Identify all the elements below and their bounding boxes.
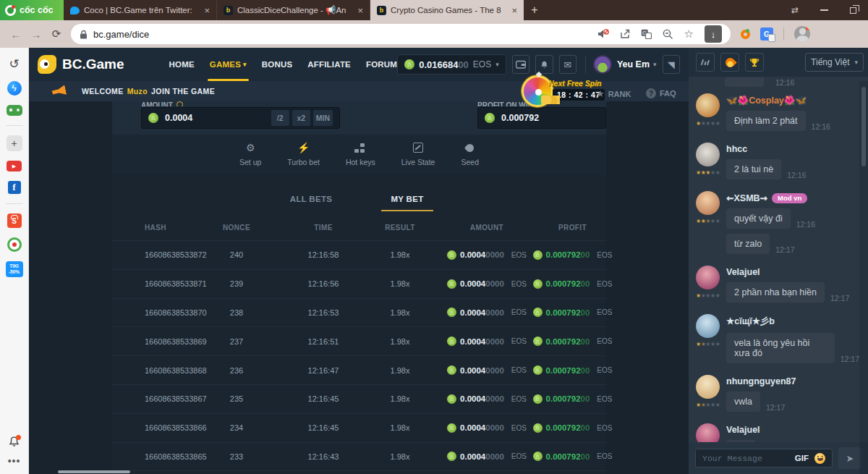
close-tab-icon[interactable]: × [204,5,210,16]
avatar[interactable] [696,314,720,338]
chat-username[interactable]: nhungnguyen87 [726,376,859,386]
minimize-icon[interactable] [820,9,828,11]
language-selector[interactable]: Tiếng Việt▾ [805,53,864,72]
trophy-button[interactable] [745,53,764,72]
table-row[interactable]: 1660863853387224012:16:581.98x△0.0004000… [112,241,606,270]
table-row[interactable]: 1660863853386723512:16:451.98x△0.0004000… [112,385,606,414]
emoji-button[interactable] [814,453,825,464]
tool-seed[interactable]: Seed [461,142,479,175]
chat-username[interactable]: hhcc [726,144,859,154]
share-icon[interactable] [620,29,630,39]
page-scrollbar[interactable] [859,81,868,474]
message-input[interactable]: Your Message GIF [695,449,833,467]
gif-button[interactable]: GIF [795,454,809,462]
add-icon[interactable]: + [7,135,22,151]
volume-muted-icon[interactable] [597,29,609,39]
notifications-bell-icon[interactable] [8,436,20,448]
fireball-button[interactable] [720,53,739,72]
chat-toggle-button[interactable]: ◥ [663,55,680,74]
close-tab-icon[interactable]: × [511,5,517,16]
mail-button[interactable]: ✉ [559,55,576,74]
table-row[interactable]: 1660863853387123912:16:561.98x△0.0004000… [112,270,606,299]
tool-hot-keys[interactable]: Hot keys [346,142,375,175]
tab-my-bet[interactable]: MY BET [381,195,433,211]
facebook-icon[interactable]: f [8,181,21,194]
address-bar[interactable]: bc.game/dice G ☆ ↓ [71,24,731,44]
message-bubble[interactable]: quyết vậy đi [726,208,791,229]
new-tab-button[interactable]: + [524,0,545,20]
back-icon[interactable]: ← [6,28,26,41]
chat-username[interactable]: 🦋🌺Cosplay🌺🦋 [726,95,859,106]
tool-set-up[interactable]: ⚙Set up [239,142,261,175]
nav-item-affiliate[interactable]: AFFILIATE [307,48,351,81]
user-avatar[interactable] [593,55,612,74]
user-chevron-down-icon[interactable]: ▾ [653,61,657,68]
coccoc-brand-button[interactable]: cốc cốc [0,0,64,20]
browser-tab[interactable]: Coco | BC.Game trên Twitter:× [64,0,217,20]
message-bubble[interactable]: 2 là tui nè [726,159,781,179]
shopee-icon[interactable]: S [7,213,22,228]
translate-page-icon[interactable]: G [641,29,652,39]
zoom-out-icon[interactable] [663,29,673,40]
history-icon[interactable]: ↺ [9,56,19,72]
min-bet-button[interactable]: MIN [313,110,333,126]
messenger-icon[interactable]: ϟ [7,81,22,96]
table-row[interactable]: 1660863853386923712:16:511.98x△0.0004000… [112,327,606,356]
table-row[interactable]: 1660863853386823612:16:471.98x△0.0004000… [112,356,606,385]
avatar[interactable] [696,266,720,289]
chat-username[interactable]: Velajuel [726,425,859,435]
coccoc-icon[interactable] [7,237,22,252]
translate-icon[interactable]: G [760,27,773,41]
user-name[interactable]: Yeu Em [617,59,650,69]
download-icon[interactable]: ↓ [705,25,722,43]
tab-all-bets[interactable]: ALL BETS [285,195,337,211]
coccoc-update-icon[interactable] [741,30,750,39]
horizontal-scrollbar[interactable] [58,470,130,473]
scrollbar-thumb[interactable] [861,87,866,166]
restore-icon[interactable] [850,7,856,14]
double-bet-button[interactable]: x2 [292,110,310,126]
browser-tab[interactable]: bClassicDiceChallenge - 📢An× [217,0,370,20]
table-row[interactable]: 1660863853386523312:16:431.98x△0.0004000… [112,443,606,472]
table-row[interactable]: 1660863853387023812:16:531.98x△0.0004000… [112,299,606,328]
nav-item-home[interactable]: HOME [169,48,195,81]
split-screen-icon[interactable]: ⇄ [791,5,799,15]
wallet-button[interactable] [512,55,529,74]
bcgame-logo-icon[interactable] [38,55,56,74]
avatar[interactable] [696,143,720,166]
balance-selector[interactable]: △ 0.01668400 EOS ▾ [397,54,506,75]
message-bubble[interactable]: vela là ông yêu hồi xưa đó [726,333,835,363]
amount-input[interactable]: △ 0.0004 /2 x2 MIN [141,107,340,129]
half-bet-button[interactable]: /2 [271,110,289,126]
youtube-icon[interactable]: ▶ [7,161,22,172]
more-dots-icon[interactable]: ••• [8,455,21,467]
message-bubble[interactable]: vwla [726,392,760,412]
nav-item-bonus[interactable]: BONUS [262,48,293,81]
rank-button[interactable]: ★RANK [596,88,631,99]
tool-turbo-bet[interactable]: ⚡Turbo bet [287,142,320,175]
forward-icon[interactable]: → [26,28,46,41]
nav-item-games[interactable]: GAMES▾ [210,48,247,81]
profile-avatar[interactable] [794,26,810,42]
avatar[interactable] [696,191,720,215]
table-row[interactable]: 1660863853386623412:16:451.98x△0.0004000… [112,414,606,443]
tool-live-state[interactable]: Live State [401,142,435,175]
message-bubble[interactable]: 2 phần nha bạn hiền [726,282,825,302]
send-button[interactable]: ➤ [838,447,861,469]
games-icon[interactable] [7,105,22,116]
browser-tab[interactable]: bCrypto Casino Games - The 8× [370,0,524,20]
tiki-icon[interactable]: TIKI -50% [6,261,23,277]
message-bubble[interactable]: Định làm 2 phát [726,111,806,131]
chat-username[interactable]: ★cĩщĩ★彡b [726,316,859,328]
avatar[interactable] [696,93,720,117]
nav-item-forum[interactable]: FORUM [366,48,397,81]
faq-button[interactable]: ?FAQ [646,88,676,98]
reload-icon[interactable]: ⟳ [46,27,67,41]
message-bubble[interactable]: từ zalo [726,234,770,254]
close-tab-icon[interactable]: × [357,5,363,16]
site-title[interactable]: BC.Game [62,56,124,72]
bookmark-star-icon[interactable]: ☆ [684,27,694,41]
rain-button[interactable] [696,53,715,72]
avatar[interactable] [696,375,720,399]
chat-username[interactable]: Velajuel [726,267,859,277]
